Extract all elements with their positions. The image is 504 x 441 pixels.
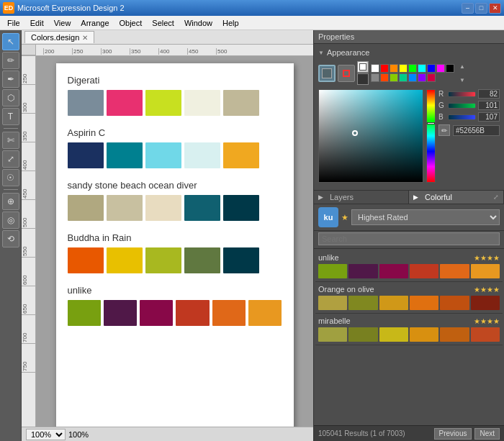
swatch[interactable]	[184, 247, 220, 273]
tab-colorful[interactable]: ▶ Colorful ⤢	[409, 191, 504, 204]
tool-btn-5[interactable]: ✄	[2, 132, 19, 149]
swatch[interactable]	[68, 247, 104, 273]
tool-btn-9[interactable]: ◎	[2, 212, 19, 229]
r-slider[interactable]	[448, 91, 476, 97]
color-swatch[interactable]	[427, 73, 436, 82]
fill-btn[interactable]	[318, 65, 336, 82]
color-swatch[interactable]	[446, 64, 454, 73]
swatch[interactable]	[104, 300, 137, 326]
swatch[interactable]	[223, 90, 259, 116]
swatch[interactable]	[212, 300, 246, 326]
color-swatch[interactable]	[418, 73, 426, 82]
hue-slider[interactable]	[426, 89, 436, 183]
menu-item-file[interactable]: File	[3, 18, 24, 28]
color-swatch[interactable]	[390, 73, 398, 82]
swatch-up[interactable]: ▲	[459, 63, 468, 70]
prev-button[interactable]: Previous	[434, 428, 472, 440]
tool-btn-2[interactable]: ✒	[2, 71, 19, 88]
minimize-button[interactable]: –	[462, 3, 474, 14]
next-button[interactable]: Next	[474, 428, 500, 440]
hex-input[interactable]	[453, 125, 500, 136]
menu-item-window[interactable]: Window	[180, 18, 217, 28]
left-toolbar: ↖✏✒⬡T✄⤢☉⊕◎⟲	[0, 30, 22, 441]
color-swatch[interactable]	[408, 64, 417, 73]
background-color[interactable]	[357, 73, 369, 85]
properties-header: Properties	[314, 30, 504, 44]
swatch[interactable]	[107, 90, 143, 116]
stroke-btn[interactable]	[338, 65, 355, 82]
swatch[interactable]	[145, 247, 181, 273]
swatch[interactable]	[223, 195, 259, 221]
menu-item-object[interactable]: Object	[115, 18, 147, 28]
color-gradient[interactable]	[318, 89, 423, 183]
menu-item-edit[interactable]: Edit	[26, 18, 48, 28]
layers-colorful-bar: ▶ Layers ▶ Colorful ⤢	[314, 191, 504, 204]
tool-btn-6[interactable]: ⤢	[2, 150, 19, 168]
color-swatch[interactable]	[371, 64, 379, 73]
list-item[interactable]: Orange on olive ★★★★	[315, 282, 503, 314]
swatch[interactable]	[68, 300, 101, 326]
menu-item-help[interactable]: Help	[218, 18, 243, 28]
swatch[interactable]	[176, 300, 209, 326]
swatch[interactable]	[68, 142, 104, 168]
tool-btn-1[interactable]: ✏	[2, 52, 19, 69]
maximize-button[interactable]: □	[475, 3, 487, 14]
g-value[interactable]	[478, 101, 500, 110]
b-slider[interactable]	[448, 114, 476, 120]
eyedropper-icon[interactable]: ✏	[438, 124, 450, 136]
tool-btn-10[interactable]: ⟲	[2, 230, 19, 247]
swatch[interactable]	[223, 247, 259, 273]
color-swatch[interactable]	[427, 64, 436, 73]
swatch-down[interactable]: ▼	[459, 77, 468, 83]
g-slider[interactable]	[448, 103, 476, 109]
swatch[interactable]	[248, 300, 282, 326]
color-swatch[interactable]	[436, 64, 445, 73]
swatch[interactable]	[184, 142, 220, 168]
b-value[interactable]	[478, 112, 500, 122]
color-swatch[interactable]	[390, 64, 398, 73]
canvas-tab[interactable]: Colors.design ✕	[24, 31, 94, 43]
tab-layers[interactable]: ▶ Layers	[314, 191, 409, 204]
color-swatch[interactable]	[399, 73, 408, 82]
color-swatch[interactable]	[408, 73, 417, 82]
zoom-select[interactable]: 100% 50% 200%	[26, 429, 66, 440]
palette-name: Aspirin C	[68, 127, 282, 138]
menu-item-view[interactable]: View	[50, 18, 76, 28]
swatch[interactable]	[68, 90, 104, 116]
r-value[interactable]	[478, 89, 500, 99]
tool-btn-8[interactable]: ⊕	[2, 193, 19, 210]
menu-item-arrange[interactable]: Arrange	[76, 18, 113, 28]
search-input[interactable]	[318, 232, 500, 245]
color-swatch[interactable]	[380, 64, 389, 73]
swatch[interactable]	[107, 142, 143, 168]
color-swatch[interactable]	[399, 64, 408, 73]
swatch[interactable]	[140, 300, 173, 326]
swatch[interactable]	[223, 142, 259, 168]
tab-close-icon[interactable]: ✕	[82, 34, 88, 42]
close-button[interactable]: ✕	[489, 3, 501, 14]
swatch[interactable]	[145, 90, 181, 116]
foreground-color[interactable]	[357, 61, 369, 73]
swatch[interactable]	[107, 247, 143, 273]
menu-item-select[interactable]: Select	[148, 18, 179, 28]
color-swatch[interactable]	[371, 73, 379, 82]
swatch[interactable]	[107, 195, 143, 221]
list-item-stars: ★★★★	[474, 317, 500, 325]
list-item[interactable]: unlike ★★★★	[315, 250, 503, 282]
tool-btn-0[interactable]: ↖	[2, 33, 19, 50]
swatch[interactable]	[184, 195, 220, 221]
list-item[interactable]: mirabelle ★★★★	[315, 314, 503, 345]
sort-dropdown[interactable]: Highest Rated Most Recent Most Downloads…	[351, 209, 500, 225]
swatch[interactable]	[68, 195, 104, 221]
canvas-scroll[interactable]: Digerati Aspirin C	[36, 56, 313, 427]
swatch[interactable]	[184, 90, 220, 116]
list-swatch	[318, 327, 347, 342]
swatch[interactable]	[145, 142, 181, 168]
color-swatch[interactable]	[418, 64, 426, 73]
tool-btn-3[interactable]: ⬡	[2, 89, 19, 106]
swatch[interactable]	[145, 195, 181, 221]
color-swatch[interactable]	[380, 73, 389, 82]
colorful-expand-icon[interactable]: ⤢	[493, 194, 499, 201]
tool-btn-7[interactable]: ☉	[2, 169, 19, 186]
tool-btn-4[interactable]: T	[2, 108, 19, 125]
